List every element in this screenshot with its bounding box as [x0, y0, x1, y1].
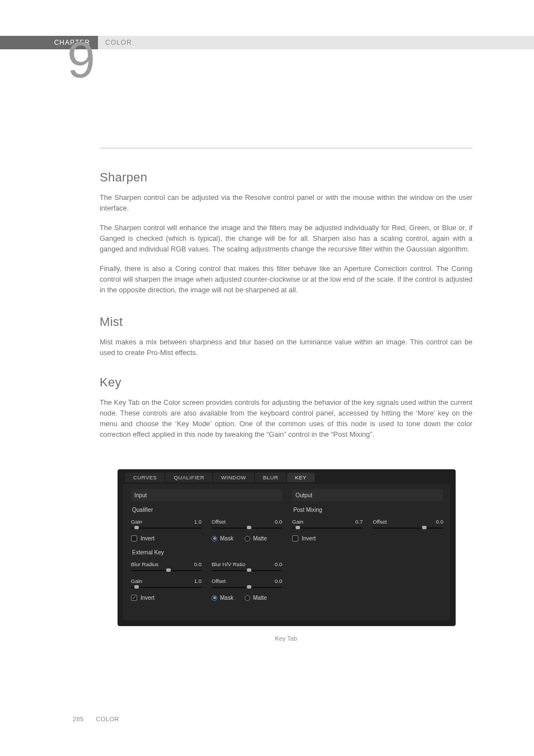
heading-mist: Mist	[100, 315, 472, 329]
matte-radio[interactable]	[245, 536, 250, 542]
heading-sharpen: Sharpen	[100, 170, 472, 185]
invert2-label: Invert	[140, 595, 154, 601]
offset-label: Offset	[212, 519, 226, 525]
mask-label: Mask	[220, 535, 233, 542]
invert-label: Invert	[140, 535, 154, 542]
key-tab-panel: CURVES QUALIFIER WINDOW BLUR KEY Input Q…	[118, 469, 456, 626]
paragraph: The Sharpen control will enhance the ima…	[100, 223, 472, 255]
paragraph: Mist makes a mix between sharpness and b…	[100, 337, 472, 358]
footer: 285 COLOR	[73, 716, 119, 722]
blur-hv-field[interactable]: Blur H/V Ratio0.0	[212, 561, 282, 572]
gain-label: Gain	[131, 519, 142, 525]
tab-qualifier[interactable]: QUALIFIER	[166, 473, 212, 482]
matte2-radio[interactable]	[245, 595, 250, 601]
out-gain-field[interactable]: Gain0.7	[292, 519, 363, 530]
out-offset-value: 0.0	[436, 519, 443, 525]
out-invert-checkbox[interactable]	[292, 535, 298, 542]
chapter-number: 9	[67, 35, 95, 85]
panel-left-col: Input Qualifier Gain1.0 Offset0.0	[131, 489, 282, 606]
mask-radio[interactable]	[212, 536, 217, 542]
matte-label: Matte	[253, 535, 267, 542]
blur-radius-label: Blur Radius	[131, 561, 158, 567]
tab-window[interactable]: WINDOW	[213, 473, 254, 482]
invert-checkbox[interactable]	[131, 535, 137, 542]
offset2-label: Offset	[212, 578, 226, 584]
paragraph: The Key Tab on the Color screen provides…	[100, 398, 472, 440]
footer-title: COLOR	[96, 716, 119, 722]
page-number: 285	[73, 716, 84, 722]
offset-field[interactable]: Offset0.0	[212, 519, 282, 530]
tab-curves[interactable]: CURVES	[125, 473, 165, 482]
output-header: Output	[292, 489, 443, 501]
section-sharpen: Sharpen The Sharpen control can be adjus…	[100, 170, 472, 305]
blur-hv-value: 0.0	[275, 561, 282, 567]
offset2-value: 0.0	[275, 578, 282, 584]
qualifier-label: Qualifier	[132, 507, 282, 513]
out-gain-value: 0.7	[355, 519, 363, 525]
input-header: Input	[131, 489, 282, 501]
tab-key[interactable]: KEY	[287, 473, 315, 482]
blur-radius-value: 0.0	[194, 561, 202, 567]
tab-blur[interactable]: BLUR	[255, 473, 286, 482]
blur-radius-field[interactable]: Blur Radius0.0	[131, 561, 202, 572]
gain2-field[interactable]: Gain1.0	[131, 578, 202, 589]
mask2-label: Mask	[220, 595, 233, 601]
invert2-checkbox[interactable]	[131, 595, 137, 601]
mask2-radio[interactable]	[212, 595, 217, 601]
out-invert-label: Invert	[302, 535, 316, 542]
chapter-title: COLOR	[105, 36, 132, 49]
offset-value: 0.0	[275, 519, 282, 525]
figure-caption: Key Tab	[100, 635, 472, 642]
gain2-value: 1.0	[194, 578, 202, 584]
section-mist: Mist Mist makes a mix between sharpness …	[100, 315, 472, 367]
panel-tabs: CURVES QUALIFIER WINDOW BLUR KEY	[125, 473, 315, 482]
blur-hv-label: Blur H/V Ratio	[212, 561, 245, 567]
paragraph: Finally, there is also a Coring control …	[100, 264, 472, 296]
paragraph: The Sharpen control can be adjusted via …	[100, 193, 472, 214]
matte2-label: Matte	[253, 595, 267, 601]
out-gain-label: Gain	[292, 519, 303, 525]
external-key-label: External Key	[132, 549, 282, 556]
heading-key: Key	[100, 375, 472, 390]
offset2-field[interactable]: Offset0.0	[212, 578, 282, 589]
out-offset-field[interactable]: Offset0.0	[373, 519, 443, 530]
gain2-label: Gain	[131, 578, 142, 584]
post-mixing-label: Post Mixing	[293, 507, 443, 513]
divider	[100, 148, 472, 148]
panel-body: Input Qualifier Gain1.0 Offset0.0	[123, 484, 450, 620]
out-offset-label: Offset	[373, 519, 387, 525]
gain-field[interactable]: Gain1.0	[131, 519, 202, 530]
gain-value: 1.0	[194, 519, 202, 525]
panel-right-col: Output Post Mixing Gain0.7 Offset0.0 Inv…	[292, 489, 443, 542]
section-key: Key The Key Tab on the Color screen prov…	[100, 375, 472, 449]
